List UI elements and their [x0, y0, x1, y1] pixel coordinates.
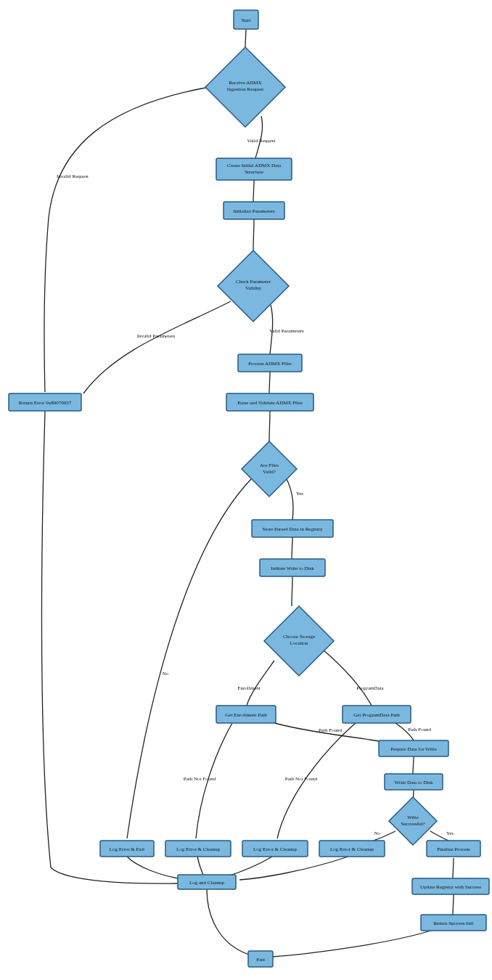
svg-text:Log Error & Cleanup: Log Error & Cleanup	[176, 846, 221, 852]
node-return-error: Return Error 0x80070057	[9, 393, 81, 411]
node-end: End	[248, 951, 273, 967]
edge-receive-createinit	[255, 116, 263, 158]
svg-text:Initiate Write to Disk: Initiate Write to Disk	[271, 565, 314, 571]
edge-label-prog-notfound: Path Not Found	[285, 776, 318, 782]
flowchart-canvas: Valid Request Invalid Request Valid Para…	[0, 0, 492, 980]
node-create-initial: Create Initial ADMX DataStructure	[216, 158, 292, 180]
node-init-params: Initialize Parameters	[224, 202, 284, 219]
edge-retok-end	[272, 929, 435, 957]
edge-label-enroll-found: Path Found	[319, 727, 343, 733]
svg-text:Prepare Data for Write: Prepare Data for Write	[390, 746, 437, 752]
svg-text:Receive ADMXIngestion Request: Receive ADMXIngestion Request	[227, 80, 263, 92]
edge-start-receive	[245, 29, 246, 47]
node-get-enroll: Get Enrollment Path	[216, 706, 276, 723]
edge-store-initiate	[292, 537, 292, 559]
node-write-ok: WriteSuccessful?	[389, 797, 437, 845]
edge-label-files-yes: Yes	[296, 491, 303, 497]
node-store: Store Parsed Data in Registry	[252, 520, 333, 537]
svg-text:Start: Start	[241, 17, 250, 23]
edge-process-parse	[269, 372, 270, 393]
svg-text:Log Error & Cleanup: Log Error & Cleanup	[253, 846, 298, 852]
svg-text:Finalize Process: Finalize Process	[437, 846, 470, 852]
node-log-cleanup: Log and Cleanup	[178, 875, 236, 889]
edge-label-valid-params: Valid Parameters	[269, 328, 304, 334]
svg-text:Return Error 0x80070057: Return Error 0x80070057	[19, 400, 72, 406]
edge-label-write-no: No	[374, 830, 381, 836]
edge-receive-reterr	[44, 87, 209, 392]
svg-text:Store Parsed Data in Registry: Store Parsed Data in Registry	[263, 526, 323, 532]
edge-label-valid-request: Valid Request	[247, 138, 275, 144]
node-finalize: Finalize Process	[427, 841, 480, 857]
svg-text:Log and Cleanup: Log and Cleanup	[189, 880, 225, 886]
svg-text:Get ProgramData Path: Get ProgramData Path	[353, 712, 400, 718]
node-receive: Receive ADMXIngestion Request	[205, 47, 285, 127]
svg-text:End: End	[256, 957, 265, 963]
node-update-reg: Update Registry with Success	[412, 878, 489, 894]
edge-label-files-no: No	[163, 671, 169, 677]
edge-choose-getenroll	[247, 661, 274, 706]
node-choose: Choose StorageLocation	[264, 606, 334, 676]
node-log-exit: Log Error & Exit	[100, 841, 154, 857]
edge-initiate-choose	[292, 576, 292, 606]
node-log-clean-2: Log Error & Cleanup	[242, 841, 308, 857]
edge-filesvalid-logexit	[127, 479, 251, 838]
edge-parse-filesvalid	[269, 411, 270, 441]
edge-createinit-initparams	[253, 180, 254, 202]
svg-text:Update Registry with Success: Update Registry with Success	[420, 884, 481, 890]
edge-prepare-writedisk	[413, 756, 414, 774]
node-start: Start	[234, 10, 258, 29]
svg-text:Write Data to Disk: Write Data to Disk	[395, 780, 433, 785]
edge-logclean1-logcleanup	[197, 857, 203, 875]
node-initiate: Initiate Write to Disk	[260, 559, 325, 576]
node-log-clean-3: Log Error & Cleanup	[319, 841, 385, 857]
node-write-disk: Write Data to Disk	[385, 774, 443, 790]
edge-updatereg-retok	[453, 894, 454, 915]
edge-checkparams-reterr	[83, 301, 231, 393]
edge-label-enrollment: Enrollment	[237, 685, 261, 691]
node-get-prog: Get ProgramData Path	[343, 706, 411, 723]
edge-label-enroll-notfound: Path Not Found	[184, 776, 216, 782]
edge-filesvalid-store	[287, 479, 293, 520]
svg-text:Initialize Parameters: Initialize Parameters	[233, 208, 275, 214]
edge-label-prog-found: Path Found	[408, 727, 432, 732]
edge-label-invalid-request: Invalid Request	[57, 173, 89, 179]
svg-text:Parse and Validate ADMX Files: Parse and Validate ADMX Files	[237, 400, 303, 406]
node-return-ok: Return Success 0x0	[421, 915, 486, 931]
edge-logclean3-logcleanup	[239, 857, 348, 880]
edge-logcleanup-end	[207, 889, 249, 955]
svg-text:Return Success 0x0: Return Success 0x0	[433, 920, 474, 926]
edge-logexit-logcleanup	[127, 857, 178, 878]
node-parse: Parse and Validate ADMX Files	[226, 393, 313, 411]
edge-label-invalid-params: Invalid Parameters	[137, 333, 176, 339]
edge-initparams-checkparams	[253, 219, 254, 250]
node-files-valid: Are FilesValid?	[242, 441, 297, 497]
svg-text:Log Error & Cleanup: Log Error & Cleanup	[330, 846, 374, 852]
edge-finalize-updatereg	[453, 858, 454, 878]
node-prepare: Prepare Data for Write	[379, 740, 448, 756]
node-check-params: Check ParameterValidity	[218, 250, 289, 322]
svg-text:Get Enrollment Path: Get Enrollment Path	[225, 712, 267, 718]
edge-reterr-logcleanup	[41, 411, 178, 883]
edge-label-write-yes: Yes	[446, 830, 454, 836]
node-process: Process ADMX Files	[238, 354, 302, 372]
edge-choose-getprog	[323, 650, 372, 706]
svg-text:Process ADMX Files: Process ADMX Files	[248, 361, 292, 367]
edge-label-programdata: ProgramData	[356, 685, 384, 691]
edge-logclean2-logcleanup	[225, 857, 272, 877]
node-log-clean-1: Log Error & Cleanup	[165, 841, 231, 857]
svg-text:Log Error & Exit: Log Error & Exit	[110, 846, 144, 852]
